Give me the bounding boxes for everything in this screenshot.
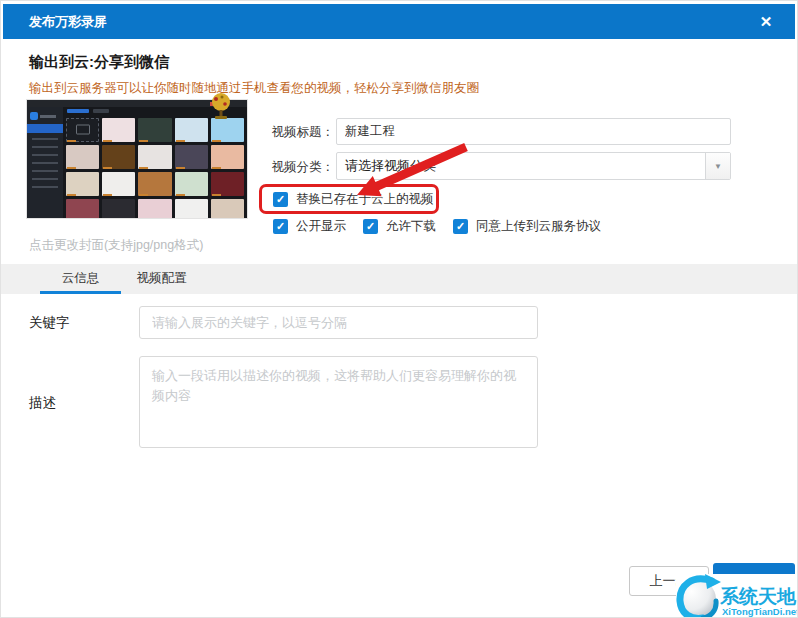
- cover-tile: [175, 199, 208, 219]
- thumb-app-sidebar: [27, 107, 63, 219]
- keywords-input[interactable]: [139, 306, 538, 339]
- thumb-app-titlebar: [27, 100, 247, 107]
- watermark-url: XiTongTianDi.net: [722, 606, 798, 617]
- cover-tile: [66, 199, 99, 219]
- tab-cloud-info[interactable]: 云信息: [40, 264, 121, 294]
- check-icon: ✓: [273, 192, 288, 207]
- thumb-app-logo: [27, 110, 63, 124]
- video-category-label: 视频分类：: [246, 159, 334, 176]
- cover-tile: [102, 199, 135, 219]
- description-label: 描述: [29, 394, 56, 412]
- dialog-titlebar: 发布万彩录屏 ✕: [3, 4, 795, 39]
- chevron-down-icon[interactable]: ▼: [705, 153, 730, 179]
- cover-grid: [63, 117, 247, 219]
- cover-tile: [211, 172, 244, 196]
- thumb-app-body: [27, 107, 247, 219]
- cover-tile: [175, 172, 208, 196]
- dialog-title: 发布万彩录屏: [29, 13, 107, 31]
- video-title-input[interactable]: [336, 118, 731, 145]
- cover-tile: [138, 145, 171, 169]
- cover-tile: [138, 172, 171, 196]
- description-textarea[interactable]: [139, 356, 538, 448]
- checkbox-agree-terms[interactable]: ✓ 同意上传到云服务协议: [453, 218, 601, 235]
- checkbox-agree-label: 同意上传到云服务协议: [476, 218, 601, 235]
- publish-dialog: 发布万彩录屏 ✕ 输出到云:分享到微信 输出到云服务器可以让你随时随地通过手机查…: [0, 0, 798, 618]
- cover-caption: 点击更改封面(支持jpg/png格式): [29, 237, 203, 254]
- cover-tile: [175, 145, 208, 169]
- cover-tile: [66, 145, 99, 169]
- checkbox-download-label: 允许下载: [386, 218, 436, 235]
- cover-tile: [211, 199, 244, 219]
- video-title-label: 视频标题：: [246, 124, 334, 141]
- cover-tile: [175, 118, 208, 142]
- check-icon: ✓: [363, 219, 378, 234]
- watermark-name: 系统天地: [719, 586, 797, 607]
- video-category-select[interactable]: 请选择视频分类 ▼: [336, 152, 731, 180]
- thumb-content-toolbar: [63, 107, 247, 117]
- video-category-value: 请选择视频分类: [337, 157, 705, 175]
- section-heading: 输出到云:分享到微信: [29, 53, 169, 72]
- checkbox-replace-cloud-video[interactable]: ✓ 替换已存在于云上的视频: [273, 191, 434, 208]
- section-subheading: 输出到云服务器可以让你随时随地通过手机查看您的视频，轻松分享到微信朋友圈: [29, 80, 479, 97]
- checkbox-public-display[interactable]: ✓ 公开显示: [273, 218, 346, 235]
- cover-tile: [138, 118, 171, 142]
- check-icon: ✓: [273, 219, 288, 234]
- cover-tile: [102, 145, 135, 169]
- cover-tile: [102, 172, 135, 196]
- cover-tile: [66, 118, 99, 142]
- checkbox-public-label: 公开显示: [296, 218, 346, 235]
- cover-tile: [66, 172, 99, 196]
- watermark-sphere-icon: [678, 574, 721, 618]
- thumb-record-button: [210, 102, 221, 106]
- keywords-label: 关键字: [29, 314, 70, 332]
- close-icon[interactable]: ✕: [751, 4, 781, 39]
- watermark-logo: 系统天地 XiTongTianDi.net: [676, 574, 798, 618]
- thumb-sidebar-active-item: [27, 124, 63, 133]
- cover-tile: [211, 118, 244, 142]
- checkbox-allow-download[interactable]: ✓ 允许下载: [363, 218, 436, 235]
- thumb-app-content: [63, 107, 247, 219]
- tab-bar: 云信息 视频配置: [1, 264, 798, 294]
- tab-video-config[interactable]: 视频配置: [121, 264, 202, 294]
- checkbox-replace-label: 替换已存在于云上的视频: [296, 191, 434, 208]
- cover-tile: [138, 199, 171, 219]
- cover-tile: [102, 118, 135, 142]
- watermark: 系统天地 XiTongTianDi.net: [676, 574, 798, 618]
- check-icon: ✓: [453, 219, 468, 234]
- cover-tile: [211, 145, 244, 169]
- cover-thumbnail[interactable]: [26, 99, 248, 219]
